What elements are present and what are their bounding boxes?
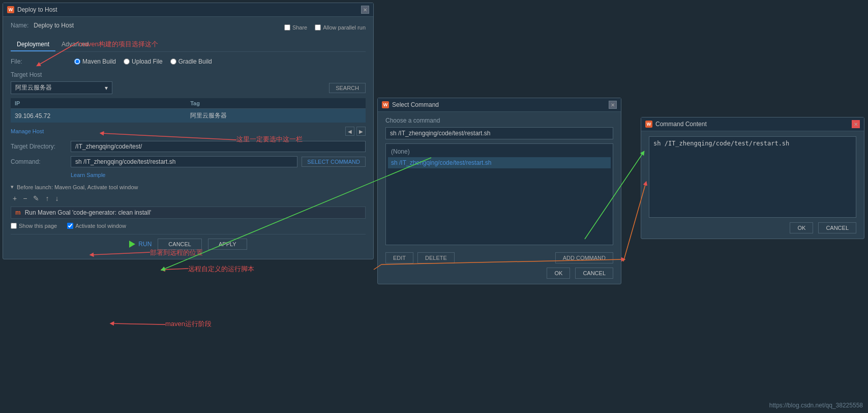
cmd-content-close-button[interactable]: ✕ [852,120,860,128]
launch-task-label: Run Maven Goal 'code-generator: clean in… [25,209,152,216]
target-dir-row: Target Directory: [11,141,366,152]
name-value: Deploy to Host [34,22,74,29]
parallel-checkbox[interactable]: Allow parallel run [315,24,366,31]
name-label: Name: [11,22,28,29]
host-select-row: 阿里云服务器 ▾ SEARCH [11,81,366,94]
svg-line-3 [163,269,188,270]
manage-row: Manage Host ◀ ▶ [11,127,366,136]
tab-deployment[interactable]: Deployment [11,38,55,51]
select-cmd-title-area: W Select Command [382,101,439,108]
run-button[interactable]: RUN [129,241,152,248]
show-page-input[interactable] [11,223,17,229]
command-label: Command: [11,158,67,165]
select-cmd-ok-button[interactable]: OK [547,268,570,279]
delete-button[interactable]: DELETE [417,252,455,263]
before-launch-label: Before launch: Maven Goal, Activate tool… [17,184,138,190]
action-buttons-row: RUN CANCEL APPLY [11,234,366,254]
cmd-content-titlebar: W Command Content ✕ [641,117,864,131]
cancel-button[interactable]: CANCEL [158,239,202,250]
file-label: File: [11,58,67,65]
toolbar-remove-btn[interactable]: − [21,193,29,203]
url-bar: https://blog.csdn.net/qq_38225558 [769,402,863,409]
maven-icon: m [15,209,21,216]
select-cmd-cancel-button[interactable]: CANCEL [575,268,613,279]
select-cmd-action-row: EDIT DELETE ADD COMMAND [385,249,613,264]
toolbar-edit-btn[interactable]: ✎ [31,193,41,203]
cmd-content-body: OK CANCEL [641,131,864,239]
select-command-dialog: W Select Command ✕ Choose a command (Non… [377,98,621,284]
file-row: File: Maven Build Upload File Gradle Bui… [11,58,366,65]
radio-gradle[interactable]: Gradle Build [170,58,212,65]
run-triangle-icon [129,241,135,248]
select-cmd-ok-cancel: OK CANCEL [385,264,613,279]
ip-header: IP [11,98,186,109]
command-preview-input[interactable] [385,127,613,139]
select-cmd-titlebar: W Select Command ✕ [378,98,621,112]
dropdown-arrow-icon: ▾ [105,84,108,92]
add-command-button[interactable]: ADD COMMAND [555,252,613,263]
close-button[interactable]: ✕ [361,6,369,14]
command-input[interactable] [71,156,297,167]
command-row: Command: SELECT COMMAND [11,156,366,167]
host-dropdown[interactable]: 阿里云服务器 ▾ [11,81,112,94]
checkboxes-row: Share Allow parallel run [284,24,366,31]
command-content-dialog: W Command Content ✕ OK CANCEL [641,117,864,239]
tag-cell: 阿里云服务器 [186,109,366,123]
cmd-list-item-restart[interactable]: sh /IT_zhengqing/code/test/restart.sh [388,157,611,168]
select-cmd-icon: W [382,101,389,108]
toolbar-up-btn[interactable]: ↑ [43,193,51,203]
annotation-maven-run: maven运行阶段 [165,319,212,329]
share-checkbox-input[interactable] [284,24,290,31]
cmd-content-cancel-button[interactable]: CANCEL [818,222,856,233]
toolbar-down-btn[interactable]: ↓ [53,193,61,203]
radio-upload[interactable]: Upload File [124,58,163,65]
name-row: Name: Deploy to Host [11,22,74,29]
apply-button[interactable]: APPLY [208,239,247,250]
target-dir-input[interactable] [71,141,366,152]
dialog-title-area: W Deploy to Host [7,6,57,13]
tag-header: Tag [186,98,366,109]
learn-sample-link[interactable]: Learn Sample [71,172,106,178]
dialog-titlebar: W Deploy to Host ✕ [3,3,373,17]
show-page-checkbox[interactable]: Show this page [11,223,57,229]
select-command-button[interactable]: SELECT COMMAND [302,157,366,167]
activate-tool-checkbox[interactable]: Activate tool window [67,223,126,229]
toolbar-add-btn[interactable]: + [11,193,19,203]
cmd-content-textarea[interactable] [649,136,856,218]
cmd-content-ok-button[interactable]: OK [790,222,813,233]
collapse-icon: ▾ [11,184,14,190]
command-list: (None) sh /IT_zhengqing/code/test/restar… [385,143,613,245]
cmd-list-item-none[interactable]: (None) [388,146,611,157]
host-table: IP Tag 39.106.45.72 阿里云服务器 [11,98,366,123]
main-dialog: W Deploy to Host ✕ Name: Deploy to Host … [3,3,374,259]
run-label: RUN [138,241,152,248]
select-cmd-body: Choose a command (None) sh /IT_zhengqing… [378,112,621,284]
tabs: Deployment Advanced [11,38,366,52]
ip-cell: 39.106.45.72 [11,109,186,123]
parallel-checkbox-input[interactable] [315,24,321,31]
activate-tool-input[interactable] [67,223,73,229]
radio-maven[interactable]: Maven Build [74,58,116,65]
annotation-command: 远程自定义的运行脚本 [188,264,254,274]
edit-button[interactable]: EDIT [385,252,413,263]
launch-toolbar: + − ✎ ↑ ↓ [11,193,366,203]
search-button[interactable]: SEARCH [329,83,366,93]
select-cmd-close-button[interactable]: ✕ [609,101,617,109]
nav-prev-arrow[interactable]: ◀ [345,127,354,136]
learn-sample-row: Learn Sample [11,171,366,179]
nav-arrows: ◀ ▶ [345,127,366,136]
cmd-content-icon: W [645,121,652,128]
tab-advanced[interactable]: Advanced [55,38,95,51]
select-cmd-title-text: Select Command [392,101,439,108]
share-checkbox[interactable]: Share [284,24,307,31]
svg-line-4 [112,323,165,324]
nav-next-arrow[interactable]: ▶ [356,127,366,136]
launch-task-row[interactable]: m Run Maven Goal 'code-generator: clean … [11,206,366,219]
before-launch-header[interactable]: ▾ Before launch: Maven Goal, Activate to… [11,184,366,190]
dialog-body: Name: Deploy to Host Share Allow paralle… [3,17,373,259]
dialog-title-text: Deploy to Host [17,6,57,13]
manage-host-link[interactable]: Manage Host [11,128,44,134]
table-row[interactable]: 39.106.45.72 阿里云服务器 [11,109,366,123]
cmd-content-title-text: Command Content [655,121,707,128]
target-dir-label: Target Directory: [11,143,67,150]
